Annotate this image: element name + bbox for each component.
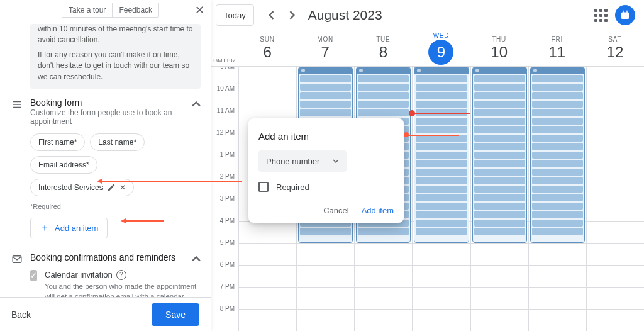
prev-week-button[interactable] <box>260 4 282 26</box>
section-title: Booking form <box>30 98 201 108</box>
next-week-button[interactable] <box>282 4 303 26</box>
account-avatar[interactable] <box>615 5 635 25</box>
day-header[interactable]: FRI11 <box>528 30 586 66</box>
field-chip-email: Email address* <box>30 156 97 174</box>
section-subtitle: Customize the form people use to book an… <box>30 108 201 126</box>
description-preview: within 10 minutes of the meeting's start… <box>30 24 201 89</box>
apps-icon[interactable] <box>594 9 608 22</box>
time-labels: 9 AM10 AM11 AM12 PM1 PM2 PM3 PM4 PM5 PM6… <box>211 67 238 331</box>
day-header[interactable]: TUE8 <box>354 30 412 66</box>
add-item-button[interactable]: ＋ Add an item <box>30 218 108 238</box>
month-title: August 2023 <box>308 8 382 23</box>
day-header-today[interactable]: WED9 <box>412 30 470 66</box>
day-column[interactable] <box>528 67 586 331</box>
dropdown-icon <box>333 159 339 163</box>
edit-icon[interactable] <box>107 183 116 192</box>
field-type-select[interactable]: Phone number <box>258 150 347 172</box>
calendar-topbar: Today August 2023 <box>211 0 644 30</box>
field-chip-firstname: First name* <box>30 133 85 151</box>
annotation-arrow-head <box>97 179 102 184</box>
week-navigation <box>260 4 303 26</box>
cancel-button[interactable]: Cancel <box>323 206 348 215</box>
panel-footer: Back Save <box>0 297 211 331</box>
section-title: Booking confirmations and reminders <box>30 252 201 262</box>
feedback-button[interactable]: Feedback <box>113 3 158 17</box>
day-header[interactable]: MON7 <box>296 30 354 66</box>
annotation-arrow-head <box>121 218 126 223</box>
svg-rect-1 <box>623 11 624 13</box>
settings-panel: Take a tour Feedback ✕ within 10 minutes… <box>0 0 211 331</box>
availability-block[interactable] <box>530 67 585 243</box>
form-icon <box>11 99 23 110</box>
collapse-icon[interactable] <box>192 100 201 109</box>
today-button[interactable]: Today <box>216 4 254 26</box>
take-tour-button[interactable]: Take a tour <box>62 3 113 17</box>
required-note: *Required <box>30 203 201 210</box>
day-column[interactable] <box>412 67 470 331</box>
modal-title: Add an item <box>258 131 394 142</box>
help-icon[interactable]: ? <box>116 270 126 280</box>
required-label: Required <box>276 182 309 192</box>
booking-form-section: Booking form Customize the form people u… <box>30 98 201 238</box>
day-header[interactable]: SAT12 <box>586 30 644 66</box>
availability-block[interactable] <box>414 67 469 243</box>
availability-block[interactable] <box>472 67 527 243</box>
svg-rect-2 <box>626 11 628 13</box>
day-column[interactable] <box>586 67 644 331</box>
day-header[interactable]: SUN6 <box>238 30 296 66</box>
calendar-invitation-desc: You and the person who made the appointm… <box>45 281 201 297</box>
add-item-modal: Add an item Phone number Required Cancel… <box>248 118 404 223</box>
svg-rect-0 <box>621 13 629 20</box>
annotation-dot <box>404 132 409 137</box>
annotation-arrow <box>102 181 242 182</box>
day-header-row: GMT+07 SUN6 MON7 TUE8 WED9 THU10 FRI11 S… <box>211 30 644 67</box>
calendar-invitation-checkbox: ✓ <box>30 270 37 281</box>
save-button[interactable]: Save <box>152 303 199 326</box>
annotation-arrow <box>126 220 164 222</box>
required-checkbox[interactable] <box>258 182 269 192</box>
back-button[interactable]: Back <box>11 310 31 320</box>
annotation-arrow <box>404 135 459 136</box>
calendar-invitation-label: Calendar invitation ? <box>45 270 201 280</box>
add-item-confirm-button[interactable]: Add item <box>362 206 394 215</box>
field-chip-lastname: Last name* <box>90 133 145 151</box>
collapse-icon[interactable] <box>192 255 201 264</box>
confirmations-section: Booking confirmations and reminders ✓ Ca… <box>30 252 201 297</box>
close-icon[interactable]: ✕ <box>195 3 204 17</box>
day-header[interactable]: THU10 <box>470 30 528 66</box>
timezone-label: GMT+07 <box>211 30 238 66</box>
day-column[interactable] <box>470 67 528 331</box>
mail-icon <box>11 254 23 265</box>
remove-icon[interactable]: ✕ <box>119 183 126 192</box>
tour-bar: Take a tour Feedback ✕ <box>0 0 211 20</box>
